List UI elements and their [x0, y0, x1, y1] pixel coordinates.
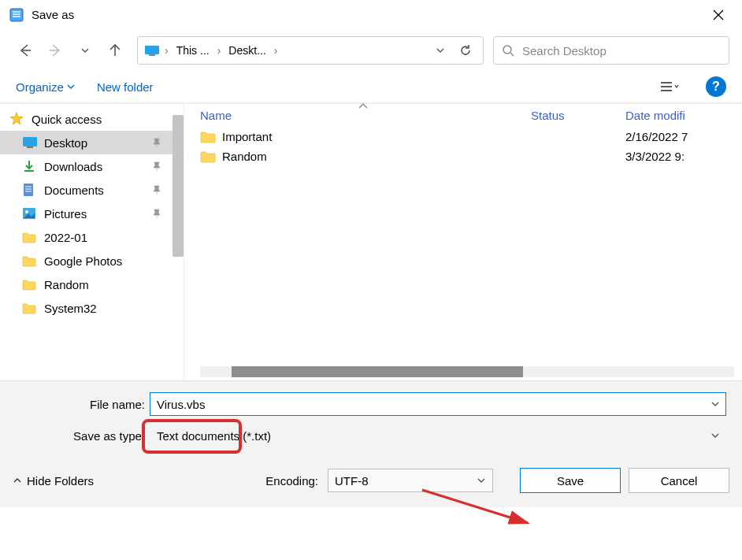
cancel-button[interactable]: Cancel: [629, 468, 729, 493]
file-list-pane: Name Status Date modifi Important 2/16/2…: [184, 104, 742, 380]
folder-icon: [200, 131, 216, 143]
sidebar-item-label: Quick access: [32, 113, 102, 126]
save-button[interactable]: Save: [520, 468, 621, 493]
sidebar-item-label: 2022-01: [44, 231, 87, 244]
new-folder-label: New folder: [97, 80, 154, 94]
sidebar-item-label: System32: [44, 302, 97, 315]
filename-input[interactable]: [150, 392, 726, 416]
sidebar-item-pictures[interactable]: Pictures: [0, 202, 184, 225]
folder-icon: [22, 301, 38, 315]
main-area: Quick access Desktop Downloads Documents…: [0, 103, 742, 380]
pin-icon: [152, 209, 161, 218]
sidebar-scrollbar[interactable]: [173, 115, 184, 257]
encoding-label: Encoding:: [265, 474, 318, 488]
app-icon: [9, 8, 24, 22]
help-button[interactable]: ?: [706, 76, 726, 97]
file-row[interactable]: Important 2/16/2022 7: [184, 127, 742, 146]
column-header-date[interactable]: Date modifi: [625, 109, 742, 122]
chevron-up-icon: [13, 476, 22, 485]
folder-icon: [200, 150, 216, 163]
pin-icon: [152, 138, 161, 147]
sidebar-item-documents[interactable]: Documents: [0, 178, 184, 202]
search-icon: [502, 44, 514, 57]
chevron-down-icon: [477, 476, 486, 485]
sidebar-item-label: Documents: [44, 184, 104, 197]
file-name: Random: [222, 150, 267, 163]
svg-rect-9: [145, 46, 159, 54]
file-date: 3/3/2022 9:: [625, 150, 742, 163]
sidebar-quick-access[interactable]: Quick access: [0, 107, 184, 131]
svg-line-12: [510, 53, 514, 56]
view-options-button[interactable]: [655, 76, 684, 98]
file-row[interactable]: Random 3/3/2022 9:: [184, 146, 742, 166]
chevron-down-icon[interactable]: [710, 399, 720, 409]
star-icon: [9, 112, 25, 126]
bottom-panel: File name: Save as type: Text documents …: [0, 380, 742, 457]
new-folder-button[interactable]: New folder: [97, 80, 154, 94]
svg-rect-19: [24, 184, 33, 196]
document-icon: [22, 183, 38, 197]
refresh-button[interactable]: [454, 39, 477, 61]
sidebar-item-2022-01[interactable]: 2022-01: [0, 225, 184, 249]
scrollbar-thumb[interactable]: [232, 366, 523, 377]
sidebar-item-desktop[interactable]: Desktop: [0, 131, 184, 154]
sidebar-item-label: Downloads: [44, 160, 102, 173]
crumb-desktop[interactable]: Deskt...: [225, 44, 269, 57]
svg-rect-16: [23, 137, 37, 146]
encoding-select[interactable]: UTF-8: [328, 469, 493, 492]
folder-icon: [22, 277, 38, 291]
sidebar: Quick access Desktop Downloads Documents…: [0, 104, 184, 380]
forward-button[interactable]: [43, 38, 68, 63]
pin-icon: [152, 185, 161, 195]
folder-icon: [22, 254, 38, 268]
sidebar-item-google-photos[interactable]: Google Photos: [0, 249, 184, 273]
folder-icon: [22, 230, 38, 244]
toolbar: Organize New folder ?: [0, 71, 742, 103]
search-box[interactable]: [493, 36, 729, 65]
help-icon: ?: [712, 80, 720, 94]
titlebar: Save as: [0, 0, 742, 30]
breadcrumb[interactable]: › This ... › Deskt... ›: [137, 36, 484, 65]
svg-rect-0: [10, 9, 23, 21]
search-input[interactable]: [522, 44, 721, 57]
up-button[interactable]: [102, 38, 128, 63]
back-button[interactable]: [13, 38, 38, 63]
file-date: 2/16/2022 7: [625, 130, 742, 143]
sidebar-item-label: Desktop: [44, 136, 87, 150]
column-header-status[interactable]: Status: [531, 109, 625, 122]
hide-folders-label: Hide Folders: [27, 474, 94, 488]
chevron-down-icon: [67, 83, 75, 91]
close-button[interactable]: [704, 2, 733, 28]
column-header-name[interactable]: Name: [200, 109, 531, 122]
cancel-button-label: Cancel: [661, 474, 698, 488]
chevron-right-icon: ›: [273, 44, 280, 57]
encoding-value: UTF-8: [335, 474, 369, 488]
sidebar-item-random[interactable]: Random: [0, 273, 184, 296]
sidebar-item-label: Google Photos: [44, 254, 122, 268]
organize-menu[interactable]: Organize: [16, 80, 75, 94]
save-as-type-label: Save as type:: [8, 429, 150, 443]
sidebar-item-label: Random: [44, 278, 89, 291]
save-as-type-select[interactable]: Text documents (*.txt): [150, 424, 726, 447]
chevron-down-icon[interactable]: [710, 431, 720, 440]
download-icon: [22, 159, 38, 173]
sidebar-item-downloads[interactable]: Downloads: [0, 154, 184, 178]
svg-point-24: [25, 210, 28, 213]
horizontal-scrollbar[interactable]: [200, 366, 734, 377]
window-title: Save as: [32, 8, 704, 21]
hide-folders-button[interactable]: Hide Folders: [13, 474, 94, 488]
nav-row: › This ... › Deskt... ›: [0, 30, 742, 71]
path-dropdown[interactable]: [429, 39, 451, 61]
type-value: Text documents (*.txt): [157, 429, 271, 443]
recent-dropdown[interactable]: [72, 38, 98, 63]
file-name: Important: [222, 130, 272, 143]
filename-label: File name:: [8, 398, 150, 411]
desktop-icon: [22, 135, 38, 150]
sort-indicator-icon: [358, 102, 369, 110]
sidebar-item-system32[interactable]: System32: [0, 296, 184, 320]
chevron-right-icon: ›: [216, 44, 223, 57]
crumb-this-pc[interactable]: This ...: [173, 44, 213, 57]
svg-rect-10: [149, 54, 155, 56]
chevron-right-icon: ›: [163, 44, 170, 57]
pc-icon: [144, 44, 160, 57]
